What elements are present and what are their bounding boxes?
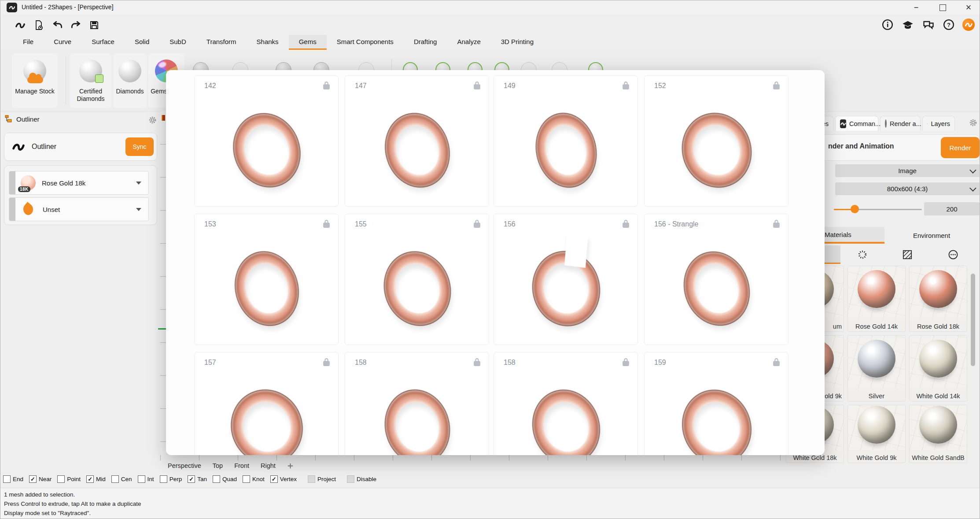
osnap-int[interactable]: Int bbox=[138, 475, 154, 483]
add-viewport-icon[interactable] bbox=[287, 463, 294, 469]
chevron-down-icon[interactable] bbox=[136, 182, 141, 185]
materials-scrollbar[interactable] bbox=[971, 274, 975, 366]
osnap-end[interactable]: End bbox=[3, 475, 23, 483]
viewport-ruler bbox=[160, 455, 827, 460]
osnap-cen[interactable]: Cen bbox=[111, 475, 132, 483]
brand-swoosh-icon[interactable] bbox=[15, 19, 26, 31]
ring-card[interactable]: 157 bbox=[194, 352, 339, 455]
osnap-vertex[interactable]: ✓Vertex bbox=[270, 475, 297, 483]
certified-diamonds-button[interactable]: Certified Diamonds bbox=[70, 53, 111, 108]
chat-icon[interactable] bbox=[922, 18, 935, 31]
ring-card[interactable]: 147 bbox=[345, 75, 489, 207]
ring-card[interactable]: 142 bbox=[194, 75, 339, 207]
quality-slider-handle[interactable] bbox=[851, 205, 859, 213]
tab-layers[interactable]: Layers bbox=[922, 116, 955, 131]
redo-icon[interactable] bbox=[70, 19, 81, 31]
maximize-button[interactable] bbox=[932, 1, 953, 14]
material-category-hatch[interactable] bbox=[895, 245, 920, 264]
chevron-down-icon bbox=[969, 167, 976, 174]
ring-card[interactable]: 158 bbox=[494, 352, 638, 455]
quality-value-field[interactable]: 200 bbox=[924, 202, 980, 215]
outliner-item-rose-gold[interactable]: 18K Rose Gold 18k bbox=[9, 171, 149, 195]
osnap-knot[interactable]: Knot bbox=[243, 475, 265, 483]
tab-transform[interactable]: Transform bbox=[196, 35, 247, 50]
chevron-down-icon[interactable] bbox=[136, 208, 141, 211]
material-swatch[interactable]: Rose Gold 14k bbox=[847, 266, 906, 332]
ring-card[interactable]: 152 bbox=[644, 75, 788, 207]
viewport-tab-perspective[interactable]: Perspective bbox=[168, 462, 201, 469]
osnap-point[interactable]: Point bbox=[57, 475, 81, 483]
osnap-near[interactable]: ✓Near bbox=[29, 475, 52, 483]
tab-file[interactable]: File bbox=[13, 35, 44, 50]
save-icon[interactable] bbox=[88, 19, 100, 31]
undo-icon[interactable] bbox=[52, 19, 63, 31]
resolution-dropdown[interactable]: 800x600 (4:3) bbox=[835, 182, 980, 195]
ring-card[interactable]: 158 bbox=[345, 352, 489, 455]
panel-settings-gear-icon[interactable] bbox=[969, 119, 977, 127]
tab-shanks[interactable]: Shanks bbox=[247, 35, 289, 50]
minimize-button[interactable]: − bbox=[906, 1, 926, 14]
tab-render[interactable]: Render a... bbox=[880, 116, 921, 131]
tab-surface[interactable]: Surface bbox=[81, 35, 125, 50]
output-type-dropdown[interactable]: Image bbox=[835, 164, 980, 177]
tab-subd[interactable]: SubD bbox=[159, 35, 196, 50]
ring-card[interactable]: 149 bbox=[494, 75, 638, 207]
outliner-logo-icon bbox=[11, 140, 26, 154]
drag-handle[interactable] bbox=[9, 198, 15, 221]
osnap-tan[interactable]: ✓Tan bbox=[188, 475, 207, 483]
close-button[interactable]: × bbox=[958, 1, 979, 14]
diamonds-button[interactable]: Diamonds bbox=[113, 53, 147, 108]
ring-card[interactable]: 156 - Strangle bbox=[644, 214, 788, 345]
ribbon-tab-bar: File Curve Surface Solid SubD Transform … bbox=[0, 35, 980, 50]
tab-smart-components[interactable]: Smart Components bbox=[327, 35, 404, 50]
layers-icon bbox=[927, 120, 928, 127]
info-icon[interactable] bbox=[881, 18, 894, 31]
sync-button[interactable]: Sync bbox=[125, 137, 154, 156]
material-swatch[interactable]: White Gold SandB bbox=[909, 405, 967, 463]
learn-icon[interactable] bbox=[901, 18, 914, 31]
ring-card[interactable]: 155 bbox=[345, 214, 489, 345]
tab-drafting[interactable]: Drafting bbox=[404, 35, 447, 50]
viewport-tab-right[interactable]: Right bbox=[261, 462, 276, 469]
osnap-mid[interactable]: ✓Mid bbox=[86, 475, 106, 483]
help-icon[interactable]: ? bbox=[942, 18, 955, 31]
osnap-perp[interactable]: Perp bbox=[160, 475, 182, 483]
2shapes-logo[interactable] bbox=[962, 18, 975, 31]
dotted-ring-icon bbox=[858, 250, 867, 260]
osnap-quad[interactable]: Quad bbox=[213, 475, 237, 483]
manage-stock-button[interactable]: Manage Stock bbox=[12, 53, 58, 108]
drag-handle[interactable] bbox=[9, 171, 15, 194]
osnap-disable[interactable]: Disable bbox=[347, 475, 376, 483]
tab-commands[interactable]: Comman... bbox=[835, 116, 878, 131]
diamonds-icon bbox=[118, 59, 141, 82]
status-line: 1 mesh added to selection. bbox=[4, 490, 976, 499]
ring-card[interactable]: 159 bbox=[644, 352, 788, 455]
render-button[interactable]: Render bbox=[941, 137, 980, 158]
material-swatch[interactable]: Rose Gold 18k bbox=[909, 266, 967, 332]
outliner-item-unset[interactable]: Unset bbox=[9, 197, 149, 221]
material-swatch[interactable]: Silver bbox=[847, 335, 906, 401]
viewport-tab-bar: Perspective Top Front Right bbox=[168, 462, 294, 469]
viewport-tab-top[interactable]: Top bbox=[213, 462, 223, 469]
tab-solid[interactable]: Solid bbox=[125, 35, 159, 50]
viewport-tab-front[interactable]: Front bbox=[234, 462, 249, 469]
material-category-metals[interactable] bbox=[850, 245, 875, 264]
outliner-panel-tab[interactable]: Outliner bbox=[5, 115, 40, 123]
ring-card[interactable]: 156 bbox=[494, 214, 638, 345]
material-swatch[interactable]: White Gold 14k bbox=[909, 335, 967, 401]
tab-analyze[interactable]: Analyze bbox=[447, 35, 490, 50]
tab-curve[interactable]: Curve bbox=[44, 35, 81, 50]
outliner-settings-gear-icon[interactable] bbox=[148, 116, 157, 124]
tab-3d-printing[interactable]: 3D Printing bbox=[491, 35, 544, 50]
material-category-more[interactable] bbox=[941, 245, 965, 264]
material-swatch[interactable]: White Gold 9k bbox=[847, 405, 906, 463]
ring-card[interactable]: 153 bbox=[194, 214, 339, 345]
lock-icon bbox=[323, 81, 330, 90]
rose-gold-material-icon: 18K bbox=[21, 175, 36, 190]
ellipsis-circle-icon bbox=[948, 249, 958, 260]
tab-gems[interactable]: Gems bbox=[289, 35, 327, 50]
tab-environment[interactable]: Environment bbox=[899, 227, 965, 244]
recent-document-icon[interactable] bbox=[33, 19, 44, 31]
osnap-project[interactable]: Project bbox=[308, 475, 336, 483]
ring-library-dialog: 142 147 149 152 153 155 bbox=[166, 70, 825, 455]
